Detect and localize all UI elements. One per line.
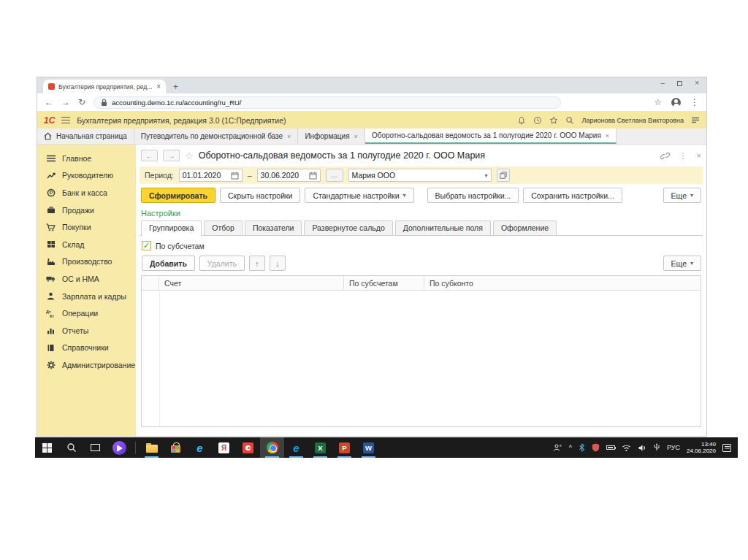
column-by-subaccounts[interactable]: По субсчетам (344, 276, 424, 290)
settings-tab-additional-fields[interactable]: Дополнительные поля (395, 220, 491, 235)
report-more-icon[interactable]: ⋮ (679, 151, 687, 161)
settings-tab-expanded-balance[interactable]: Развернутое сальдо (304, 220, 392, 235)
file-explorer-button[interactable] (140, 437, 164, 458)
people-icon[interactable]: я (553, 443, 562, 452)
bookmark-star-icon[interactable]: ☆ (654, 97, 662, 107)
favorites-star-icon[interactable] (549, 116, 558, 125)
by-subaccounts-checkbox[interactable]: ✓ (142, 241, 151, 250)
history-clock-icon[interactable] (533, 116, 542, 125)
standard-settings-button[interactable]: Стандартные настройки▾ (305, 188, 413, 203)
powerpoint-button[interactable]: P (332, 437, 356, 458)
sidebar-item-operations[interactable]: ДтКт Операции (37, 304, 136, 322)
browser-menu-icon[interactable]: ⋮ (690, 97, 699, 107)
service-menu-icon[interactable] (691, 117, 700, 124)
tab-report[interactable]: Оборотно-сальдовая ведомость за 1 полуго… (365, 129, 617, 144)
column-account[interactable]: Счет (159, 276, 344, 290)
delete-button[interactable]: Удалить (199, 256, 245, 271)
period-options-button[interactable]: ... (326, 169, 343, 182)
sidebar-item-reports[interactable]: Отчеты (37, 322, 136, 340)
organization-select-list-button[interactable] (497, 169, 510, 182)
tab-close-icon[interactable]: × (354, 133, 358, 140)
sidebar-item-main[interactable]: Главное (37, 150, 136, 167)
browser-forward-button[interactable]: → (61, 97, 70, 107)
period-from-field[interactable] (179, 169, 243, 182)
user-name[interactable]: Ларионова Светлана Викторовна (581, 117, 684, 124)
sidebar-item-production[interactable]: Производство (37, 253, 136, 271)
choose-settings-button[interactable]: Выбрать настройки... (427, 188, 519, 203)
window-minimize-button[interactable]: – (661, 80, 665, 87)
language-indicator[interactable]: РУС (667, 444, 680, 451)
sidebar-item-fixed-assets[interactable]: ОС и НМА (37, 270, 136, 288)
move-up-button[interactable]: ↑ (249, 256, 265, 271)
tab-close-icon[interactable]: × (287, 133, 291, 140)
main-menu-icon[interactable] (61, 117, 70, 123)
calendar-icon[interactable] (231, 172, 239, 180)
tab-guide[interactable]: Путеводитель по демонстрационной базе × (134, 129, 299, 144)
internet-explorer-button[interactable]: e (188, 437, 212, 458)
period-to-field[interactable] (257, 169, 321, 182)
nav-back-button[interactable]: ← (141, 150, 158, 161)
action-center-icon[interactable] (722, 444, 731, 452)
word-button[interactable]: W (356, 437, 381, 458)
excel-button[interactable]: X (308, 437, 332, 458)
settings-tab-grouping[interactable]: Группировка (141, 220, 202, 236)
microsoft-store-button[interactable] (164, 437, 188, 458)
volume-icon[interactable] (638, 444, 646, 452)
red-app-button[interactable] (236, 437, 260, 458)
browser-reload-button[interactable]: ↻ (78, 97, 85, 107)
alice-assistant-button[interactable] (107, 437, 131, 458)
bluetooth-icon[interactable] (579, 443, 585, 452)
get-link-icon[interactable] (660, 152, 670, 160)
new-tab-button[interactable]: + (173, 82, 178, 93)
add-favorite-star-icon[interactable]: ☆ (185, 150, 194, 161)
window-close-button[interactable]: × (695, 80, 699, 87)
sidebar-item-payroll-hr[interactable]: Зарплата и кадры (37, 288, 136, 305)
generate-button[interactable]: Сформировать (141, 188, 215, 203)
tab-info[interactable]: Информация × (298, 129, 365, 144)
organization-combobox[interactable]: Мария ООО ▾ (348, 169, 492, 182)
taskbar-clock[interactable]: 13:4024.06.2020 (687, 441, 716, 455)
tab-close-icon[interactable]: × (606, 132, 609, 139)
defender-shield-icon[interactable] (592, 443, 600, 452)
sidebar-item-purchases[interactable]: Покупки (37, 218, 136, 236)
battery-icon[interactable] (606, 445, 615, 450)
sidebar-item-directories[interactable]: Справочники (37, 340, 136, 357)
browser-tab[interactable]: Бухгалтерия предприятия, ред... × (43, 80, 166, 93)
sidebar-item-manager[interactable]: Руководителю (37, 167, 136, 185)
period-from-input[interactable] (183, 171, 231, 180)
edge-button[interactable]: e (284, 437, 308, 458)
settings-tab-indicators[interactable]: Показатели (245, 220, 302, 235)
grouping-table-body[interactable] (142, 291, 701, 426)
taskbar-search-button[interactable] (59, 437, 83, 458)
browser-back-button[interactable]: ← (45, 97, 53, 107)
task-view-button[interactable] (83, 437, 107, 458)
report-close-icon[interactable]: × (697, 151, 701, 160)
notifications-bell-icon[interactable] (517, 116, 526, 125)
yandex-browser-button[interactable]: Я (212, 437, 236, 458)
nav-forward-button[interactable]: → (163, 150, 180, 161)
period-to-input[interactable] (261, 171, 309, 180)
sidebar-item-bank-cash[interactable]: Банк и касса (37, 184, 136, 202)
chevron-down-icon[interactable]: ▾ (485, 172, 488, 179)
start-button[interactable] (35, 437, 59, 458)
add-button[interactable]: Добавить (142, 256, 195, 271)
sidebar-item-sales[interactable]: Продажи (37, 202, 136, 219)
wifi-icon[interactable] (622, 444, 631, 452)
search-icon[interactable] (565, 116, 574, 125)
grouping-more-button[interactable]: Еще▾ (663, 256, 701, 271)
save-settings-button[interactable]: Сохранить настройки... (523, 188, 622, 203)
tab-home[interactable]: Начальная страница (37, 129, 134, 144)
sidebar-item-administration[interactable]: Администрирование (37, 356, 136, 374)
usb-icon[interactable] (653, 443, 660, 452)
toolbar-more-button[interactable]: Еще▾ (663, 188, 701, 203)
hide-settings-button[interactable]: Скрыть настройки (220, 188, 300, 203)
show-hidden-icons-button[interactable]: ^ (569, 444, 572, 451)
sidebar-item-warehouse[interactable]: Склад (37, 236, 136, 253)
chrome-button[interactable] (260, 437, 284, 458)
browser-profile-avatar[interactable] (671, 98, 681, 107)
tab-close-icon[interactable]: × (156, 83, 161, 91)
url-bar[interactable]: accounting.demo.1c.ru/accounting/ru_RU/ (94, 96, 561, 109)
window-maximize-button[interactable] (677, 81, 682, 86)
calendar-icon[interactable] (309, 172, 317, 180)
settings-tab-selection[interactable]: Отбор (204, 220, 243, 235)
